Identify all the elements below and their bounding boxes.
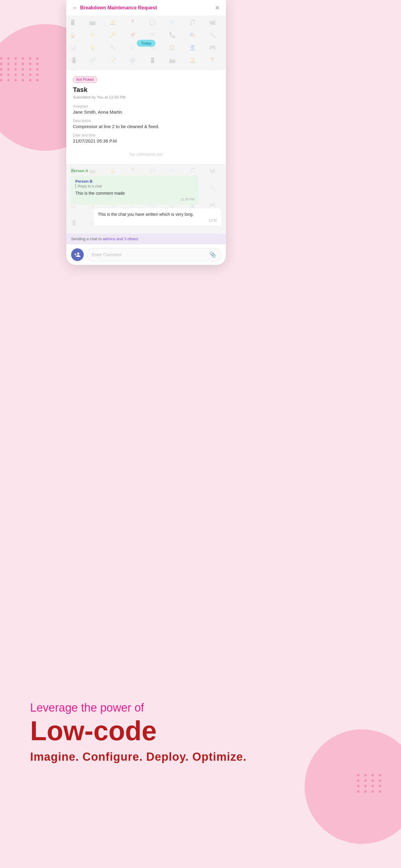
assignee-value: Jane Smith, Anna Martin	[73, 110, 219, 115]
person-b-label: Person B	[75, 179, 194, 184]
leverage-text: Leverage the power of	[30, 701, 144, 714]
comment-placeholder: Enter Comment	[92, 252, 122, 257]
back-arrow-icon[interactable]: ←	[72, 5, 78, 11]
close-icon[interactable]: ✕	[215, 4, 220, 11]
task-card: Not Picked Task Submitted by You at 12:3…	[66, 70, 226, 164]
assignee-label: Assignee	[73, 104, 219, 108]
lowcode-text: Low-code	[30, 717, 157, 744]
chat-content: Person A Person B Reply to a chat This i…	[66, 164, 226, 234]
not-picked-badge: Not Picked	[73, 76, 97, 83]
comment-input-field[interactable]: Enter Comment 📎	[87, 248, 221, 261]
app-header-left: ← Breakdown Maintenance Request	[72, 5, 157, 11]
chat-bubble-2: This is the chat you have written which …	[94, 208, 221, 226]
phone-mockup: ← Breakdown Maintenance Request ✕ 📱📷🔔📍💬📧…	[66, 0, 226, 265]
description-value: Compressor at line 2 to be cleaned & fix…	[73, 124, 219, 129]
sending-prefix: Sending a chat to	[71, 237, 103, 241]
marketing-section: Leverage the power of Low-code Imagine. …	[0, 597, 401, 868]
datetime-value: 21/07/2021 05:36 P.M	[73, 138, 219, 144]
app-header-title: Breakdown Maintenance Request	[80, 5, 157, 10]
comment-input-row: Enter Comment 📎	[66, 244, 226, 265]
task-title: Task	[73, 86, 219, 94]
bg-dots-top-left	[0, 57, 40, 82]
chat-bubble-2-time: 12:30	[98, 218, 217, 222]
attachment-icon[interactable]: 📎	[209, 251, 216, 258]
chat-section: 📱📷🔔📍💬📧🎵📹 🔒⭐🔑📌🗺📞🎭🔍 📊💡🔧🗓📎🏠👤🎮 📲🔗📝⚙️📱📷🔔📍 Per…	[66, 164, 226, 234]
reply-to-chat-label: Reply to a chat	[75, 184, 194, 188]
today-badge: Today	[137, 40, 156, 47]
sending-link[interactable]: admins and 3 others	[103, 237, 138, 241]
chat-bubble-1-time: 12:30 PM	[75, 197, 194, 201]
tagline-text: Imagine. Configure. Deploy. Optimize.	[30, 750, 246, 764]
app-header: ← Breakdown Maintenance Request ✕	[66, 0, 226, 16]
add-person-button[interactable]	[71, 248, 84, 261]
datetime-label: Date and time	[73, 133, 219, 137]
chat-bubble-1-message: This is the comment made	[75, 191, 194, 195]
chat-bubble-2-message: This is the chat you have written which …	[98, 212, 217, 217]
chat-background: 📱📷🔔📍💬📧🎵📹 🔒⭐🔑📌🗺📞🎭🔍 📊💡🔧🗓📎🏠👤🎮 📲🔗📝⚙️📱📷🔔📍 💬📧🎵…	[66, 16, 226, 70]
chat-bubble-1: Person B Reply to a chat This is the com…	[71, 176, 199, 205]
add-person-icon	[74, 251, 81, 258]
description-label: Description	[73, 119, 219, 123]
no-comments-text: No comments yet	[73, 148, 219, 158]
person-a-label: Person A	[71, 168, 221, 173]
task-submitted-by: Submitted by You at 12:30 PM	[73, 95, 219, 99]
sending-bar: Sending a chat to admins and 3 others	[66, 234, 226, 244]
